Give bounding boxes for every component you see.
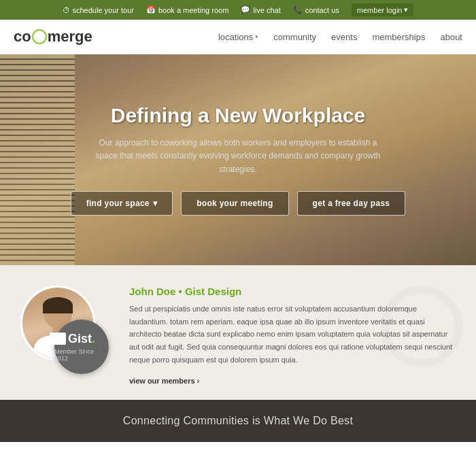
footer-tagline: Connecting Communities is What We Do Bes… — [123, 415, 353, 426]
nav-link-locations[interactable]: locations ▾ — [218, 32, 258, 42]
view-members-link[interactable]: view our members › — [129, 377, 199, 385]
testimonial-section: Gist. Member Since 2012 John Doe • Gist … — [0, 265, 476, 400]
nav-links: locations ▾ community events memberships… — [218, 32, 462, 42]
chevron-down-icon: ▾ — [404, 5, 408, 14]
find-space-button[interactable]: find your space ▾ — [71, 191, 173, 216]
member-login-button[interactable]: member login ▾ — [352, 3, 414, 16]
nav-link-events[interactable]: events — [331, 32, 357, 42]
day-pass-button[interactable]: get a free day pass — [297, 191, 406, 216]
nav-link-memberships[interactable]: memberships — [372, 32, 425, 42]
find-space-label: find your space — [86, 199, 150, 208]
hero-buttons: find your space ▾ book your meeting get … — [71, 191, 406, 216]
book-meeting-button[interactable]: book your meeting — [181, 191, 288, 216]
nav-item-memberships[interactable]: memberships — [372, 32, 425, 42]
contact-us-label: contact us — [305, 6, 339, 14]
clock-icon: ⏱ — [63, 6, 70, 14]
chevron-right-icon: › — [197, 377, 200, 385]
hero-title: Defining a New Workplace — [71, 104, 406, 127]
nav-item-community[interactable]: community — [273, 32, 316, 42]
chat-icon: 💬 — [241, 5, 250, 14]
view-members-label: view our members — [129, 377, 195, 385]
nav-link-community[interactable]: community — [273, 32, 316, 42]
chevron-down-icon: ▾ — [153, 199, 157, 208]
company-name: Gist. — [68, 332, 95, 346]
watermark-logo — [381, 286, 462, 367]
contact-us-link[interactable]: 📞 contact us — [293, 5, 339, 14]
chevron-down-icon: ▾ — [255, 33, 258, 40]
hero-subtitle: Our approach to coworking allows both wo… — [95, 137, 381, 176]
hero-content: Defining a New Workplace Our approach to… — [44, 104, 433, 216]
schedule-tour-label: schedule your tour — [73, 6, 135, 14]
schedule-tour-link[interactable]: ⏱ schedule your tour — [63, 6, 135, 14]
live-chat-link[interactable]: 💬 live chat — [241, 5, 280, 14]
logo[interactable]: co merge — [14, 28, 92, 46]
logo-co: co — [14, 28, 31, 46]
footer-band: Connecting Communities is What We Do Bes… — [0, 400, 476, 442]
company-dot: . — [92, 332, 95, 345]
utility-bar: ⏱ schedule your tour 📅 book a meeting ro… — [0, 0, 476, 20]
phone-icon: 📞 — [293, 5, 303, 14]
nav-item-events[interactable]: events — [331, 32, 357, 42]
nav-item-about[interactable]: about — [440, 32, 462, 42]
company-since: Member Since 2012 — [54, 348, 109, 362]
logo-circle-icon — [32, 29, 47, 44]
hero-section: Defining a New Workplace Our approach to… — [0, 54, 476, 265]
calendar-icon: 📅 — [146, 5, 156, 14]
nav-item-locations[interactable]: locations ▾ — [218, 32, 258, 42]
day-pass-label: get a free day pass — [313, 199, 390, 208]
logo-merge: merge — [48, 28, 92, 46]
live-chat-label: live chat — [253, 6, 280, 14]
main-navigation: co merge locations ▾ community events me… — [0, 20, 476, 54]
book-meeting-label: book your meeting — [197, 199, 273, 208]
book-meeting-link[interactable]: 📅 book a meeting room — [146, 5, 228, 14]
member-login-label: member login — [357, 6, 403, 14]
company-badge: Gist. Member Since 2012 — [54, 320, 109, 374]
testimonial-avatar-wrap: Gist. Member Since 2012 — [20, 286, 109, 374]
nav-link-about[interactable]: about — [440, 32, 462, 42]
book-meeting-label: book a meeting room — [158, 6, 228, 14]
